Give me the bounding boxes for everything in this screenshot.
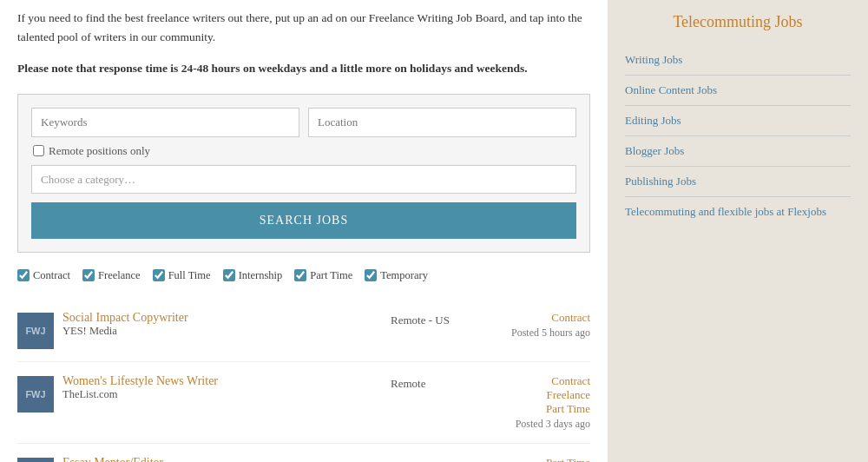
job-list: FWJ Social Impact Copywriter YES! Media … <box>17 299 590 462</box>
filter-internship-checkbox[interactable] <box>223 269 235 281</box>
job-location: Remote - US <box>391 311 495 327</box>
filter-temporary-checkbox[interactable] <box>365 269 377 281</box>
filter-contract-checkbox[interactable] <box>17 269 30 281</box>
remote-only-checkbox[interactable] <box>33 145 44 156</box>
sidebar: Telecommuting Jobs Writing Jobs Online C… <box>608 0 868 462</box>
location-input[interactable] <box>308 108 576 137</box>
category-select[interactable]: Choose a category… <box>31 165 576 194</box>
keywords-input[interactable] <box>31 108 299 137</box>
notice-paragraph2: Please note that response time is 24-48 … <box>17 59 590 78</box>
filter-internship[interactable]: Internship <box>223 269 283 282</box>
job-meta: Part Time Posted 4 days ago <box>503 456 590 462</box>
job-location: Remote <box>391 456 495 462</box>
table-row: FWJ Women's Lifestyle News Writer TheLis… <box>17 362 590 444</box>
page-wrapper: If you need to find the best freelance w… <box>0 0 868 462</box>
job-posted: Posted 3 days ago <box>503 418 590 431</box>
intro-paragraph1: If you need to find the best freelance w… <box>17 9 590 46</box>
job-title-link[interactable]: Essay Mentor/Editor <box>62 456 163 462</box>
filter-freelance-label: Freelance <box>98 269 141 282</box>
remote-only-label[interactable]: Remote positions only <box>49 144 150 158</box>
job-title-link[interactable]: Women's Lifestyle News Writer <box>62 374 218 387</box>
filter-temporary-label: Temporary <box>380 269 428 282</box>
filter-fulltime[interactable]: Full Time <box>153 269 211 282</box>
avatar: FWJ <box>17 313 54 349</box>
filter-contract[interactable]: Contract <box>17 269 70 282</box>
filter-contract-label: Contract <box>33 269 70 282</box>
job-company: YES! Media <box>62 325 382 338</box>
search-jobs-button[interactable]: SEARCH JOBS <box>31 202 576 239</box>
filter-temporary[interactable]: Temporary <box>365 269 428 282</box>
sidebar-item-blogger-jobs[interactable]: Blogger Jobs <box>625 136 851 167</box>
job-type-2: Freelance <box>503 388 590 402</box>
filter-internship-label: Internship <box>239 269 283 282</box>
search-row-top <box>31 108 576 137</box>
remote-only-row: Remote positions only <box>31 144 576 158</box>
filter-row: Contract Freelance Full Time Internship … <box>17 266 590 286</box>
sidebar-item-writing-jobs[interactable]: Writing Jobs <box>625 45 851 76</box>
filter-parttime-checkbox[interactable] <box>294 269 306 281</box>
avatar: FWJ <box>17 376 54 412</box>
filter-parttime[interactable]: Part Time <box>294 269 352 282</box>
job-type-3: Part Time <box>503 402 590 416</box>
main-content: If you need to find the best freelance w… <box>0 0 608 462</box>
sidebar-item-flexjobs[interactable]: Telecommuting and flexible jobs at Flexj… <box>625 197 851 227</box>
job-location: Remote <box>391 374 495 391</box>
job-company: TheList.com <box>62 388 382 401</box>
sidebar-title: Telecommuting Jobs <box>625 13 851 31</box>
filter-freelance-checkbox[interactable] <box>82 269 95 281</box>
job-info: Social Impact Copywriter YES! Media <box>62 311 382 338</box>
filter-freelance[interactable]: Freelance <box>82 269 141 282</box>
job-info: Essay Mentor/Editor Get It Recruit - Edu… <box>62 456 382 462</box>
filter-parttime-label: Part Time <box>310 269 352 282</box>
job-title-link[interactable]: Social Impact Copywriter <box>62 311 188 324</box>
job-posted: Posted 5 hours ago <box>503 327 590 340</box>
job-type-1: Part Time <box>503 456 590 462</box>
table-row: FWJ Social Impact Copywriter YES! Media … <box>17 299 590 362</box>
job-meta: Contract Posted 5 hours ago <box>503 311 590 340</box>
job-type-1: Contract <box>503 311 590 325</box>
job-info: Women's Lifestyle News Writer TheList.co… <box>62 374 382 401</box>
notice-bold: Please note that response time is 24-48 … <box>17 62 528 75</box>
sidebar-item-editing-jobs[interactable]: Editing Jobs <box>625 106 851 136</box>
table-row: FWJ Essay Mentor/Editor Get It Recruit -… <box>17 444 590 462</box>
sidebar-item-online-content-jobs[interactable]: Online Content Jobs <box>625 76 851 106</box>
job-type-1: Contract <box>503 374 590 388</box>
search-box: Remote positions only Choose a category…… <box>17 94 590 253</box>
sidebar-item-publishing-jobs[interactable]: Publishing Jobs <box>625 167 851 197</box>
job-meta: Contract Freelance Part Time Posted 3 da… <box>503 374 590 431</box>
filter-fulltime-label: Full Time <box>168 269 211 282</box>
filter-fulltime-checkbox[interactable] <box>153 269 165 281</box>
avatar: FWJ <box>17 458 54 462</box>
